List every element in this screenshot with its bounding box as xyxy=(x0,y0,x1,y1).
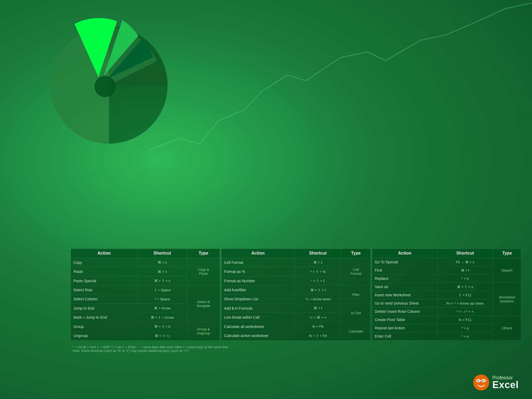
table-row: Save as ⌘ + ⇧ + s Worksheetfunctions xyxy=(372,283,521,291)
table-row: Create Pivot Table fn + F11 Others xyxy=(372,316,521,324)
svg-point-9 xyxy=(478,380,479,381)
additional-note: Note: Some shortcuts (such as '%' or '1'… xyxy=(73,349,188,353)
table-row: Add Autofilter ⌘ + ⇧ + f Filter xyxy=(221,285,371,294)
table-row: Copy ⌘ + c Copy &Paste xyxy=(71,258,220,267)
svg-point-10 xyxy=(483,380,484,381)
table-row: Add $ in Formula ⌘ + t In Cell xyxy=(221,304,371,313)
footer-note: ^ = ctrl ⌘ = cmd ⇧ = Shift ⌥ = alt ↵ = E… xyxy=(70,344,521,354)
col-header-action-1: Action xyxy=(71,249,138,258)
key-legend: ^ = ctrl ⌘ = cmd ⇧ = Shift ⌥ = alt ↵ = E… xyxy=(73,345,228,349)
svg-point-5 xyxy=(94,76,116,97)
col-header-shortcut-2: Shortcut xyxy=(295,249,341,258)
table-row: Go To Special F5 → ⌘ + s Search xyxy=(372,258,521,266)
pie-chart-svg xyxy=(27,8,181,146)
col-header-action-2: Action xyxy=(221,249,295,258)
table-row: Select Row ⇧ + Space Select &Navigate xyxy=(71,285,220,294)
col-header-type-3: Type xyxy=(493,249,521,258)
col-header-type-2: Type xyxy=(341,249,371,258)
tables-area: Action Shortcut Type Copy ⌘ + c Copy &Pa… xyxy=(70,248,521,340)
logo-text: Professor Excel xyxy=(492,375,519,390)
table-copy-navigate: Action Shortcut Type Copy ⌘ + c Copy &Pa… xyxy=(70,248,220,340)
svg-point-6 xyxy=(473,375,489,390)
professor-excel-icon xyxy=(473,374,490,391)
logo: Professor Excel xyxy=(473,374,519,391)
col-header-type-1: Type xyxy=(187,249,220,258)
pie-chart-container xyxy=(27,8,181,146)
table-format-cell: Action Shortcut Type Cell Format ⌘ + 1 C… xyxy=(221,248,371,340)
col-header-action-3: Action xyxy=(372,249,437,258)
col-header-shortcut-1: Shortcut xyxy=(138,249,187,258)
table-row: Cell Format ⌘ + 1 CellFormat xyxy=(221,258,371,267)
table-row: Calculate all worksheets fn + F9 Calcula… xyxy=(221,322,371,331)
table-worksheet-others: Action Shortcut Type Go To Special F5 → … xyxy=(372,248,521,340)
col-header-shortcut-3: Shortcut xyxy=(438,249,493,258)
logo-excel-label: Excel xyxy=(492,380,519,390)
table-row: Group ⌘ + ⇧ + k Group &Ungroup xyxy=(71,322,220,331)
